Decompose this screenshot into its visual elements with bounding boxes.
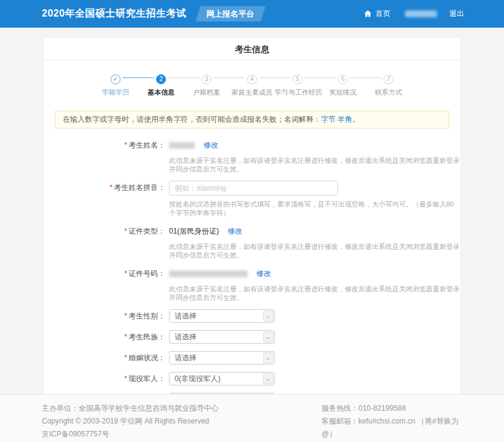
military-label: 现役军人：	[128, 374, 165, 383]
marital-select[interactable]: 请选择 ⌄	[169, 351, 275, 365]
ethnic-label: 考生民族：	[128, 333, 165, 341]
step-number: 4	[247, 74, 257, 84]
cert-no-masked	[169, 270, 248, 277]
candidate-name-label: 考生姓名：	[128, 141, 165, 149]
step-rewards[interactable]: 6 奖惩情况	[320, 73, 366, 97]
footer-hotline: 服务热线：010-82199588	[321, 402, 464, 415]
halfwidth-notice: 在输入数字或字母时，请使用半角字符，否则可能会造成报名失败；名词解释：字节 半角…	[55, 111, 449, 128]
candidate-name-masked	[169, 142, 195, 149]
step-student-status[interactable]: ✓ 学籍学历	[93, 73, 138, 97]
top-header: 2020年全国硕士研究生招生考试 网上报名平台 首页 退出	[0, 0, 504, 28]
gender-select[interactable]: 请选择 ⌄	[169, 309, 275, 323]
chevron-down-icon: ⌄	[263, 310, 274, 322]
pinyin-input[interactable]	[169, 181, 338, 195]
basic-info-form: *考生姓名： 修改 此信息来源于实名注册，如有误请登录实名注册进行修改，修改后退…	[44, 128, 460, 435]
page-title: 考生信息	[44, 38, 460, 60]
step-work-history[interactable]: 5 学习与工作经历	[275, 73, 320, 97]
marital-label: 婚姻状况：	[128, 353, 165, 362]
check-icon: ✓	[111, 74, 120, 84]
home-icon	[364, 10, 372, 18]
step-number: 6	[338, 74, 348, 84]
footer-icp: 京ICP备09057757号	[42, 428, 321, 441]
cert-type-sync-note: 此信息来源于实名注册，如有误请登录实名注册进行修改，修改后退出系统且关闭浏览器重…	[169, 242, 460, 259]
platform-badge-label: 网上报名平台	[206, 9, 254, 20]
footer-organizer: 主办单位：全国高等学校学生信息咨询与就业指导中心	[42, 402, 321, 415]
nav-home-link[interactable]: 首页	[376, 9, 390, 19]
step-number: 3	[202, 74, 211, 84]
cert-no-label: 证件号码：	[128, 269, 165, 278]
footer-left: 主办单位：全国高等学校学生信息咨询与就业指导中心 Copyright © 200…	[42, 402, 321, 442]
step-number: 5	[293, 74, 302, 84]
pinyin-row: *考生姓名拼音： 按姓名的汉语拼音的书写形式填写，要求顶格写，且不可出现空格，大…	[44, 181, 460, 217]
ethnic-select[interactable]: 请选择 ⌄	[169, 330, 275, 344]
cert-type-value: 01(居民身份证)	[169, 224, 219, 238]
step-number: 7	[384, 74, 393, 84]
modify-name-link[interactable]: 修改	[203, 138, 218, 152]
cert-no-row: *证件号码： 修改 此信息来源于实名注册，如有误请登录实名注册进行修改，修改后退…	[44, 267, 460, 302]
byte-glossary-link[interactable]: 字节	[321, 115, 336, 124]
cert-type-row: *证件类型： 01(居民身份证) 修改 此信息来源于实名注册，如有误请登录实名注…	[44, 224, 460, 259]
pinyin-note: 按姓名的汉语拼音的书写形式填写，要求顶格写，且不可出现空格，大小写均可。（最多输…	[169, 200, 460, 217]
step-family[interactable]: 4 家庭主要成员	[229, 73, 275, 97]
modify-cert-no-link[interactable]: 修改	[256, 267, 271, 280]
pinyin-label: 考生姓名拼音：	[114, 183, 165, 192]
step-household[interactable]: 3 户籍档案	[184, 73, 229, 97]
candidate-info-card: 考生信息 ✓ 学籍学历 2 基本信息 3 户籍档案 4 家庭主要成员 5 学习与…	[43, 37, 461, 442]
chevron-down-icon: ⌄	[263, 373, 274, 384]
platform-badge: 网上报名平台	[195, 6, 266, 22]
header-nav: 首页 退出	[364, 9, 464, 19]
step-contact[interactable]: 7 联系方式	[366, 73, 411, 97]
modify-cert-type-link[interactable]: 修改	[227, 224, 242, 238]
username-masked	[405, 10, 437, 17]
footer-right: 服务热线：010-82199588 客服邮箱：kefu#chsi.com.cn …	[321, 402, 464, 442]
marital-row: *婚姻状况： 请选择 ⌄	[44, 351, 460, 365]
cert-no-sync-note: 此信息来源于实名注册，如有误请登录实名注册进行修改，修改后退出系统且关闭浏览器重…	[169, 285, 460, 302]
page-footer: 主办单位：全国高等学校学生信息咨询与就业指导中心 Copyright © 200…	[0, 394, 504, 442]
app-title: 2020年全国硕士研究生招生考试	[42, 7, 187, 20]
chevron-down-icon: ⌄	[263, 331, 274, 342]
gender-label: 考生性别：	[128, 312, 165, 320]
military-row: *现役军人： 0(非现役军人) ⌄	[44, 372, 460, 385]
footer-email: 客服邮箱：kefu#chsi.com.cn （将#替换为@）	[321, 415, 464, 441]
step-progress: ✓ 学籍学历 2 基本信息 3 户籍档案 4 家庭主要成员 5 学习与工作经历 …	[44, 60, 460, 107]
step-basic-info[interactable]: 2 基本信息	[138, 73, 184, 97]
footer-copyright: Copyright © 2003-2019 学信网 All Rights Res…	[42, 415, 321, 428]
step-number: 2	[156, 74, 166, 84]
chevron-down-icon: ⌄	[263, 352, 274, 363]
military-select[interactable]: 0(非现役军人) ⌄	[169, 372, 275, 385]
gender-row: *考生性别： 请选择 ⌄	[44, 309, 460, 323]
halfwidth-glossary-link[interactable]: 半角	[337, 115, 352, 124]
name-sync-note: 此信息来源于实名注册，如有误请登录实名注册进行修改，修改后退出系统且关闭浏览器重…	[169, 156, 460, 173]
candidate-name-row: *考生姓名： 修改 此信息来源于实名注册，如有误请登录实名注册进行修改，修改后退…	[44, 138, 460, 173]
logout-link[interactable]: 退出	[449, 9, 464, 19]
ethnic-row: *考生民族： 请选择 ⌄	[44, 330, 460, 344]
cert-type-label: 证件类型：	[128, 227, 165, 235]
